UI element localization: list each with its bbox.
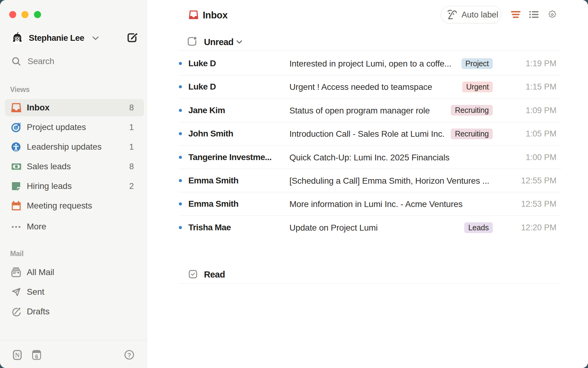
svg-text:N: N (15, 351, 20, 359)
svg-text:6: 6 (35, 353, 38, 360)
svg-text:?: ? (127, 352, 131, 358)
